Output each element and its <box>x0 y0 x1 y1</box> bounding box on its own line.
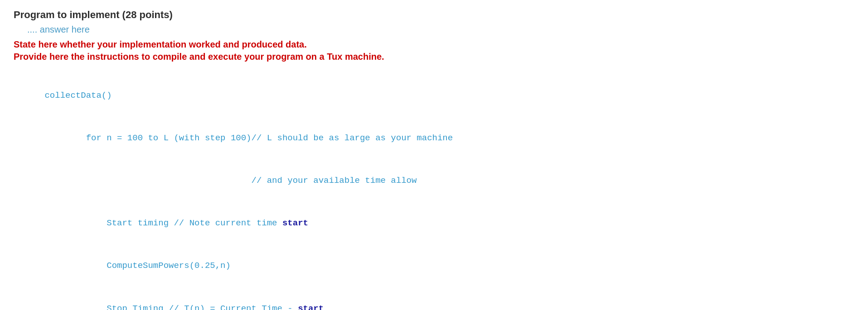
code-line-5: ComputeSumPowers(0.25,n) <box>14 245 854 287</box>
code-line-6: Stop Timing // T(n) = Current Time - sta… <box>14 287 854 310</box>
page-container: Program to implement (28 points) .... an… <box>14 9 854 310</box>
answer-placeholder[interactable]: .... answer here <box>27 24 854 35</box>
code-block: collectData() for n = 100 to L (with ste… <box>14 75 854 310</box>
red-instruction-line2: Provide here the instructions to compile… <box>14 52 854 62</box>
code-line-4: Start timing // Note current time start <box>14 202 854 245</box>
code-line-2: for n = 100 to L (with step 100)// L sho… <box>14 117 854 160</box>
code-line-3: // and your available time allow <box>14 160 854 202</box>
page-heading: Program to implement (28 points) <box>14 9 854 21</box>
code-line-1: collectData() <box>14 75 854 117</box>
red-instruction-line1: State here whether your implementation w… <box>14 39 854 50</box>
